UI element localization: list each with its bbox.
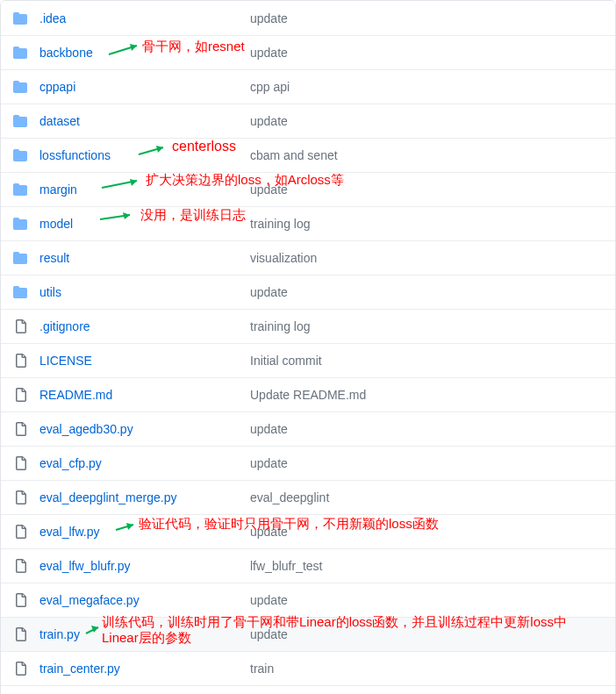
- file-name[interactable]: utils: [39, 285, 250, 299]
- file-row-eval_lfw_blufr-py[interactable]: eval_lfw_blufr.pylfw_blufr_test: [1, 548, 615, 583]
- file-name[interactable]: .gitignore: [39, 319, 250, 333]
- file-name[interactable]: eval_lfw.py: [39, 525, 250, 539]
- file-row-result[interactable]: resultvisualization: [1, 240, 615, 275]
- file-row-model[interactable]: modeltraining log: [1, 206, 615, 240]
- file-row-README-md[interactable]: README.mdUpdate README.md: [1, 377, 615, 411]
- folder-icon: [13, 80, 27, 94]
- file-row-eval_deepglint_merge-py[interactable]: eval_deepglint_merge.pyeval_deepglint: [1, 480, 615, 514]
- commit-message[interactable]: train: [250, 662, 615, 676]
- folder-icon-cell: [1, 251, 39, 265]
- file-row-eval_agedb30-py[interactable]: eval_agedb30.pyupdate: [1, 411, 615, 446]
- file-row-eval_cfp-py[interactable]: eval_cfp.pyupdate: [1, 446, 615, 480]
- commit-message[interactable]: Initial commit: [250, 354, 615, 368]
- commit-message[interactable]: update: [250, 593, 615, 607]
- commit-message[interactable]: training log: [250, 217, 615, 231]
- file-icon: [13, 388, 27, 402]
- folder-icon-cell: [1, 46, 39, 60]
- commit-message[interactable]: cbam and senet: [250, 148, 615, 162]
- file-link[interactable]: .idea: [39, 11, 66, 25]
- file-name[interactable]: LICENSE: [39, 354, 250, 368]
- file-icon-cell: [1, 388, 39, 402]
- commit-message[interactable]: lfw_blufr_test: [250, 559, 615, 573]
- file-icon-cell: [1, 593, 39, 607]
- file-name[interactable]: train.py: [39, 627, 250, 641]
- file-link[interactable]: eval_lfw_blufr.py: [39, 559, 131, 573]
- file-link[interactable]: README.md: [39, 388, 112, 402]
- file-link[interactable]: margin: [39, 182, 77, 197]
- file-link[interactable]: eval_lfw.py: [39, 525, 99, 539]
- commit-message[interactable]: eval_deepglint: [250, 490, 615, 504]
- file-link[interactable]: LICENSE: [39, 354, 92, 368]
- commit-message[interactable]: update: [250, 627, 615, 641]
- file-name[interactable]: model: [39, 217, 250, 231]
- file-icon-cell: [1, 490, 39, 504]
- folder-icon: [13, 251, 27, 265]
- commit-message[interactable]: update: [250, 456, 615, 470]
- commit-message[interactable]: update: [250, 285, 615, 299]
- file-link[interactable]: model: [39, 217, 73, 231]
- file-link[interactable]: eval_agedb30.py: [39, 422, 133, 436]
- file-row-LICENSE[interactable]: LICENSEInitial commit: [1, 343, 615, 377]
- file-row-utils[interactable]: utilsupdate: [1, 275, 615, 309]
- file-link[interactable]: lossfunctions: [39, 148, 111, 162]
- file-name[interactable]: eval_deepglint_merge.py: [39, 490, 250, 504]
- file-row-margin[interactable]: marginupdate: [1, 172, 615, 206]
- file-name[interactable]: eval_cfp.py: [39, 456, 250, 470]
- commit-message[interactable]: update: [250, 114, 615, 128]
- file-name[interactable]: result: [39, 251, 250, 265]
- file-row--gitignore[interactable]: .gitignoretraining log: [1, 309, 615, 343]
- file-name[interactable]: cppapi: [39, 80, 250, 94]
- file-icon-cell: [1, 354, 39, 368]
- file-link[interactable]: eval_megaface.py: [39, 593, 140, 607]
- file-name[interactable]: lossfunctions: [39, 148, 250, 162]
- file-icon: [13, 490, 27, 504]
- commit-message[interactable]: update: [250, 46, 615, 60]
- file-name[interactable]: backbone: [39, 46, 250, 60]
- file-row-lossfunctions[interactable]: lossfunctionscbam and senet: [1, 138, 615, 172]
- commit-message[interactable]: cpp api: [250, 80, 615, 94]
- file-link[interactable]: backbone: [39, 46, 93, 60]
- file-row-backbone[interactable]: backboneupdate: [1, 35, 615, 69]
- file-row-dataset[interactable]: datasetupdate: [1, 104, 615, 138]
- folder-icon: [13, 148, 27, 162]
- file-icon: [13, 456, 27, 470]
- folder-icon: [13, 46, 27, 60]
- file-row-eval_lfw-py[interactable]: eval_lfw.pyupdate: [1, 514, 615, 548]
- file-link[interactable]: eval_cfp.py: [39, 456, 102, 470]
- commit-message[interactable]: update: [250, 525, 615, 539]
- folder-icon-cell: [1, 148, 39, 162]
- file-link[interactable]: eval_deepglint_merge.py: [39, 490, 176, 504]
- file-row-train_center-py[interactable]: train_center.pytrain: [1, 651, 615, 685]
- file-icon: [13, 593, 27, 607]
- folder-icon-cell: [1, 11, 39, 25]
- file-name[interactable]: eval_agedb30.py: [39, 422, 250, 436]
- file-icon: [13, 525, 27, 539]
- file-name[interactable]: margin: [39, 182, 250, 197]
- commit-message[interactable]: Update README.md: [250, 388, 615, 402]
- file-link[interactable]: result: [39, 251, 69, 265]
- file-link[interactable]: dataset: [39, 114, 80, 128]
- file-row-eval_megaface-py[interactable]: eval_megaface.pyupdate: [1, 583, 615, 617]
- file-link[interactable]: train_center.py: [39, 662, 120, 676]
- folder-icon-cell: [1, 114, 39, 128]
- commit-message[interactable]: training log: [250, 319, 615, 333]
- file-name[interactable]: .idea: [39, 11, 250, 25]
- commit-message[interactable]: visualization: [250, 251, 615, 265]
- commit-message[interactable]: update: [250, 182, 615, 197]
- file-name[interactable]: dataset: [39, 114, 250, 128]
- commit-message[interactable]: update: [250, 422, 615, 436]
- file-name[interactable]: eval_lfw_blufr.py: [39, 559, 250, 573]
- file-link[interactable]: train.py: [39, 627, 80, 641]
- commit-message[interactable]: update: [250, 11, 615, 25]
- file-icon-cell: [1, 422, 39, 436]
- file-row-train-py[interactable]: train.pyupdate: [1, 617, 615, 651]
- file-name[interactable]: eval_megaface.py: [39, 593, 250, 607]
- file-row--idea[interactable]: .ideaupdate: [1, 1, 615, 35]
- file-row-train_softmax-py[interactable]: train_softmax.pytrain: [1, 685, 615, 694]
- file-link[interactable]: cppapi: [39, 80, 75, 94]
- file-link[interactable]: .gitignore: [39, 319, 90, 333]
- file-link[interactable]: utils: [39, 285, 61, 299]
- file-row-cppapi[interactable]: cppapicpp api: [1, 69, 615, 104]
- file-name[interactable]: README.md: [39, 388, 250, 402]
- file-name[interactable]: train_center.py: [39, 662, 250, 676]
